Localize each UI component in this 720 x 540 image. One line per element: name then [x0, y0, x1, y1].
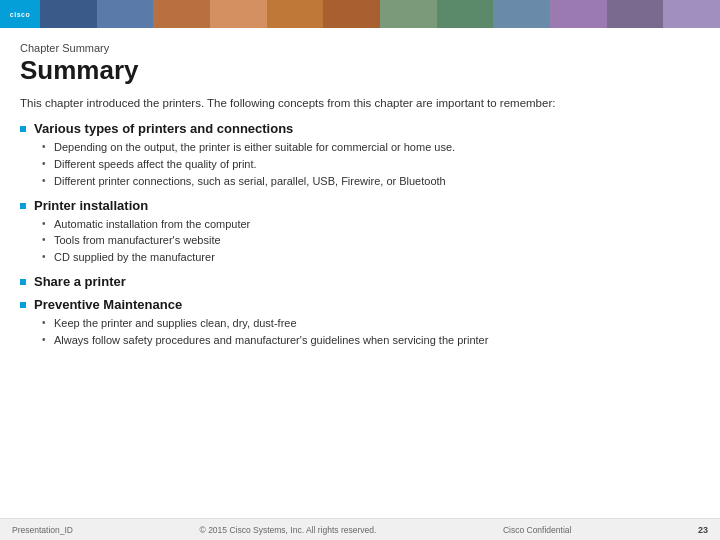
- footer-page-number: 23: [698, 525, 708, 535]
- footer-presentation-id: Presentation_ID: [12, 525, 73, 535]
- footer: Presentation_ID © 2015 Cisco Systems, In…: [0, 518, 720, 540]
- list-item: Automatic installation from the computer: [42, 217, 700, 233]
- header-stripe-6: [323, 0, 380, 28]
- section-title-1: Various types of printers and connection…: [34, 121, 293, 136]
- chapter-label: Chapter Summary: [20, 42, 700, 54]
- section-title-3: Share a printer: [34, 274, 126, 289]
- list-item: Tools from manufacturer's website: [42, 233, 700, 249]
- cisco-logo-text: cisco: [10, 11, 30, 18]
- section-header-3: Share a printer: [20, 274, 700, 289]
- section-bullet-4: [20, 302, 26, 308]
- section-3: Share a printer: [20, 274, 700, 289]
- section-bullet-1: [20, 126, 26, 132]
- bullet-list-1: Depending on the output, the printer is …: [20, 140, 700, 190]
- section-4: Preventive MaintenanceKeep the printer a…: [20, 297, 700, 349]
- bullet-list-4: Keep the printer and supplies clean, dry…: [20, 316, 700, 349]
- footer-copyright: © 2015 Cisco Systems, Inc. All rights re…: [200, 525, 377, 535]
- list-item: Different printer connections, such as s…: [42, 174, 700, 190]
- list-item: CD supplied by the manufacturer: [42, 250, 700, 266]
- intro-text: This chapter introduced the printers. Th…: [20, 95, 700, 111]
- list-item: Different speeds affect the quality of p…: [42, 157, 700, 173]
- section-bullet-3: [20, 279, 26, 285]
- header-stripe-7: [380, 0, 437, 28]
- header-stripe-2: [97, 0, 154, 28]
- section-1: Various types of printers and connection…: [20, 121, 700, 190]
- header-stripe-3: [153, 0, 210, 28]
- header-stripe-12: [663, 0, 720, 28]
- list-item: Depending on the output, the printer is …: [42, 140, 700, 156]
- header-stripe-9: [493, 0, 550, 28]
- header-stripe-8: [437, 0, 494, 28]
- list-item: Always follow safety procedures and manu…: [42, 333, 700, 349]
- main-content: Chapter Summary Summary This chapter int…: [0, 28, 720, 540]
- header-stripe-10: [550, 0, 607, 28]
- header-stripe-5: [267, 0, 324, 28]
- header-banner: cisco: [0, 0, 720, 28]
- header-image-strip: [40, 0, 720, 28]
- section-header-1: Various types of printers and connection…: [20, 121, 700, 136]
- section-bullet-2: [20, 203, 26, 209]
- section-title-4: Preventive Maintenance: [34, 297, 182, 312]
- bullet-list-2: Automatic installation from the computer…: [20, 217, 700, 267]
- header-stripe-1: [40, 0, 97, 28]
- header-stripe-11: [607, 0, 664, 28]
- header-stripe-4: [210, 0, 267, 28]
- footer-confidentiality: Cisco Confidential: [503, 525, 572, 535]
- cisco-logo: cisco: [0, 0, 40, 28]
- section-header-2: Printer installation: [20, 198, 700, 213]
- section-2: Printer installationAutomatic installati…: [20, 198, 700, 267]
- list-item: Keep the printer and supplies clean, dry…: [42, 316, 700, 332]
- page-title: Summary: [20, 56, 700, 85]
- sections-container: Various types of printers and connection…: [20, 121, 700, 358]
- section-header-4: Preventive Maintenance: [20, 297, 700, 312]
- section-title-2: Printer installation: [34, 198, 148, 213]
